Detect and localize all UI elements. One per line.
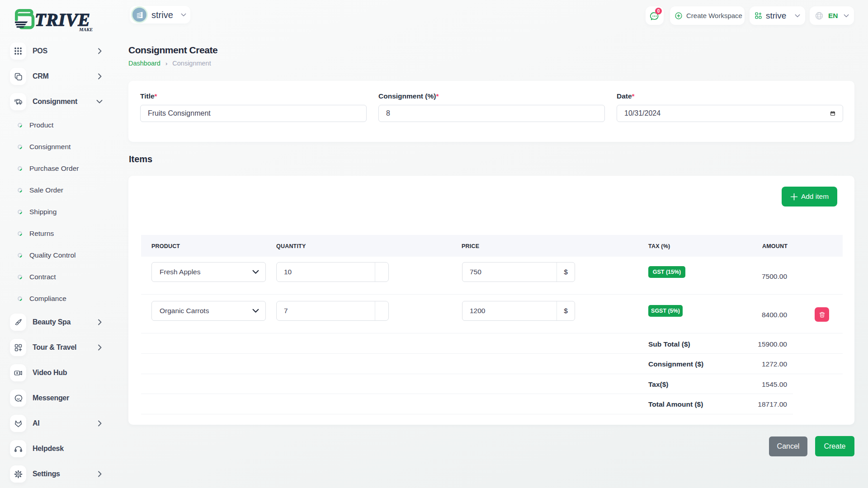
svg-text:MAKE: MAKE bbox=[79, 27, 93, 32]
